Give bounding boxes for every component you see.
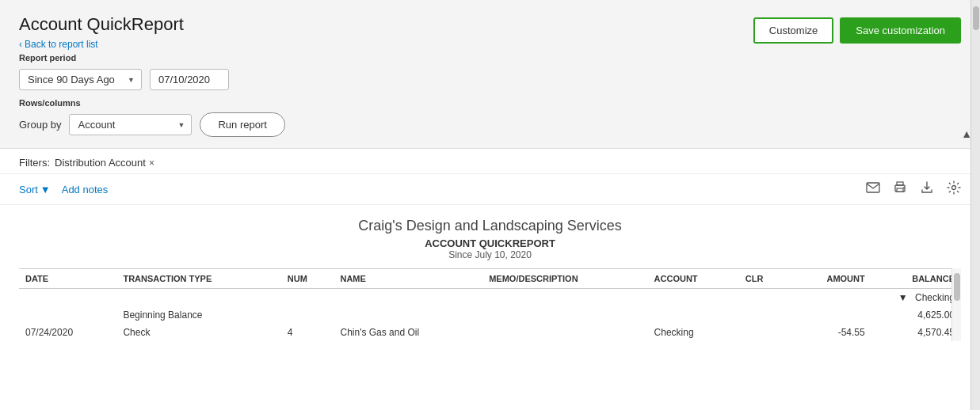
report-period-label: Report period xyxy=(19,53,961,63)
main-scrollbar-thumb[interactable] xyxy=(973,6,979,30)
cell-clr xyxy=(739,324,789,341)
sort-arrow-icon: ▼ xyxy=(40,184,51,196)
date-input[interactable] xyxy=(150,69,229,90)
toolbar-row: Sort ▼ Add notes xyxy=(0,174,980,205)
save-customization-button[interactable]: Save customization xyxy=(840,17,961,44)
cell-type: Beginning Balance xyxy=(116,306,280,324)
top-panel: Account QuickReport ‹ Back to report lis… xyxy=(0,0,980,149)
cell-type: Check xyxy=(116,324,280,341)
group-by-dropdown-wrapper[interactable]: Account Name Date xyxy=(69,114,192,135)
filters-label: Filters: xyxy=(19,157,50,169)
col-name: NAME xyxy=(334,269,482,289)
report-subtitle: Since July 10, 2020 xyxy=(19,249,961,260)
sort-label: Sort xyxy=(19,184,38,196)
col-account: ACCOUNT xyxy=(648,269,739,289)
cell-balance: 4,570.45 xyxy=(871,324,961,341)
cell-amount: -54.55 xyxy=(788,324,871,341)
group-name: Checking xyxy=(915,292,955,303)
group-header-row: ▼ Checking xyxy=(19,289,961,307)
filters-row: Filters: Distribution Account × xyxy=(0,149,980,174)
report-title: ACCOUNT QUICKREPORT xyxy=(19,237,961,249)
table-row: 07/24/2020 Check 4 Chin's Gas and Oil Ch… xyxy=(19,324,961,341)
svg-point-5 xyxy=(952,186,956,190)
cell-account: Checking xyxy=(648,324,739,341)
cell-num: 4 xyxy=(281,324,334,341)
report-table-wrapper: DATE TRANSACTION TYPE NUM NAME MEMO/DESC… xyxy=(19,268,961,341)
table-scrollbar[interactable] xyxy=(951,268,961,341)
filter-remove-button[interactable]: × xyxy=(149,158,154,169)
report-table: DATE TRANSACTION TYPE NUM NAME MEMO/DESC… xyxy=(19,268,961,341)
svg-point-4 xyxy=(903,187,905,188)
cell-name: Chin's Gas and Oil xyxy=(334,324,482,341)
chevron-left-icon: ‹ xyxy=(19,39,22,50)
run-report-button[interactable]: Run report xyxy=(200,112,284,137)
scrollbar-thumb[interactable] xyxy=(954,273,960,301)
cell-memo xyxy=(482,306,647,324)
group-collapse-icon[interactable]: ▼ xyxy=(898,292,908,303)
period-dropdown-wrapper[interactable]: Since 90 Days Ago This Month Last Month … xyxy=(19,69,142,90)
cell-account xyxy=(648,306,739,324)
svg-rect-3 xyxy=(897,188,903,192)
top-right-buttons: Customize Save customization xyxy=(753,17,961,44)
group-by-dropdown[interactable]: Account Name Date xyxy=(69,114,192,135)
export-icon-button[interactable] xyxy=(920,181,934,197)
cell-name xyxy=(334,306,482,324)
filter-tag: Distribution Account × xyxy=(55,157,154,169)
group-header-label: ▼ Checking xyxy=(19,289,961,307)
cell-date xyxy=(19,306,116,324)
report-area: Filters: Distribution Account × Sort ▼ A… xyxy=(0,149,980,410)
filter-value: Distribution Account xyxy=(55,157,146,169)
col-clr: CLR xyxy=(739,269,789,289)
cell-date: 07/24/2020 xyxy=(19,324,116,341)
cell-amount xyxy=(788,306,871,324)
period-controls-row: Since 90 Days Ago This Month Last Month … xyxy=(19,69,961,90)
print-icon-button[interactable] xyxy=(893,181,907,197)
col-amount: AMOUNT xyxy=(788,269,871,289)
col-balance: BALANCE xyxy=(871,269,961,289)
cell-balance: 4,625.00 xyxy=(871,306,961,324)
cell-num xyxy=(281,306,334,324)
col-date: DATE xyxy=(19,269,116,289)
period-dropdown[interactable]: Since 90 Days Ago This Month Last Month … xyxy=(19,69,142,90)
email-icon-button[interactable] xyxy=(866,182,880,196)
report-content: Craig's Design and Landscaping Services … xyxy=(0,205,980,341)
toolbar-left: Sort ▼ Add notes xyxy=(19,184,108,196)
rows-columns-label: Rows/columns xyxy=(19,98,961,108)
col-num: NUM xyxy=(281,269,334,289)
back-link[interactable]: ‹ Back to report list xyxy=(19,39,98,50)
add-notes-button[interactable]: Add notes xyxy=(62,184,109,196)
svg-rect-0 xyxy=(867,183,879,192)
settings-icon-button[interactable] xyxy=(947,180,961,198)
cell-memo xyxy=(482,324,647,341)
customize-button[interactable]: Customize xyxy=(753,17,833,44)
table-row: Beginning Balance 4,625.00 xyxy=(19,306,961,324)
cell-clr xyxy=(739,306,789,324)
col-transaction-type: TRANSACTION TYPE xyxy=(116,269,280,289)
company-name: Craig's Design and Landscaping Services xyxy=(19,213,961,234)
group-by-label: Group by xyxy=(19,119,61,131)
col-memo: MEMO/DESCRIPTION xyxy=(482,269,647,289)
sort-button[interactable]: Sort ▼ xyxy=(19,184,51,196)
group-by-row: Group by Account Name Date Run report xyxy=(19,112,961,137)
table-header-row: DATE TRANSACTION TYPE NUM NAME MEMO/DESC… xyxy=(19,269,961,289)
toolbar-icons xyxy=(866,180,961,198)
main-scrollbar[interactable] xyxy=(970,0,980,410)
